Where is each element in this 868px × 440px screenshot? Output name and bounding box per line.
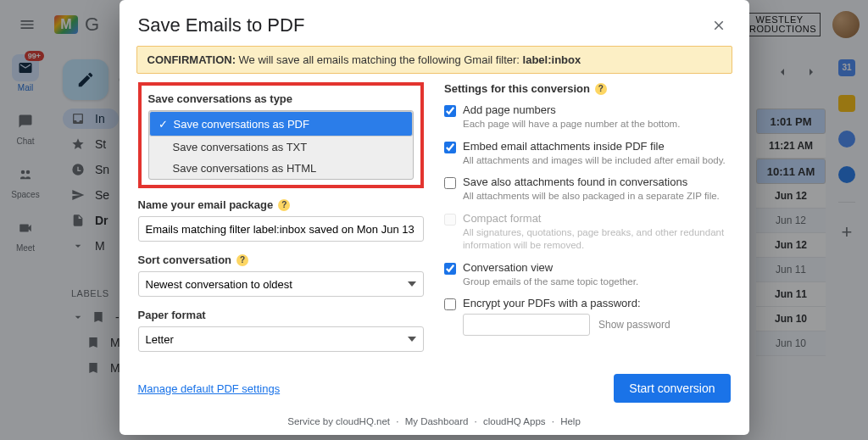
type-option-pdf[interactable]: ✓Save conversations as PDF (149, 111, 414, 136)
type-highlight-box: Save conversations as type ✓Save convers… (138, 82, 425, 188)
settings-label: Settings for this conversion (444, 82, 590, 95)
dashboard-link[interactable]: My Dashboard (405, 416, 469, 426)
save-pdf-dialog: Save Emails to PDF CONFIRMATION: We will… (120, 0, 749, 435)
paper-label: Paper format (138, 309, 425, 321)
sort-select[interactable]: Newest conversation to oldest (138, 271, 425, 297)
start-conversion-button[interactable]: Start conversion (614, 374, 730, 403)
checkbox-page-numbers[interactable] (444, 105, 456, 117)
help-icon[interactable]: ? (278, 199, 290, 211)
opt-page-numbers[interactable]: Add page numbersEach page will have a pa… (444, 103, 731, 131)
checkbox-encrypt[interactable] (444, 298, 456, 310)
paper-select[interactable]: Letter (138, 326, 425, 352)
close-icon (711, 18, 726, 33)
help-icon[interactable]: ? (236, 254, 248, 266)
confirmation-banner: CONFIRMATION: We will save all emails ma… (136, 46, 732, 74)
modal-overlay: Save Emails to PDF CONFIRMATION: We will… (0, 0, 868, 440)
show-password-link[interactable]: Show password (598, 319, 670, 331)
checkbox-conv-view[interactable] (444, 263, 456, 275)
right-column: Settings for this conversion? Add page n… (444, 82, 731, 364)
opt-save-attachments[interactable]: Save also attachments found in conversat… (444, 175, 731, 203)
package-name-input[interactable] (138, 216, 425, 242)
opt-conversation-view[interactable]: Conversation viewGroup emails of the sam… (444, 261, 731, 289)
opt-encrypt[interactable]: Encrypt your PDFs with a password: (444, 297, 731, 310)
type-option-txt[interactable]: Save conversations as TXT (149, 136, 414, 158)
type-option-html[interactable]: Save conversations as HTML (149, 158, 414, 179)
help-link[interactable]: Help (560, 416, 581, 426)
apps-link[interactable]: cloudHQ Apps (483, 416, 546, 426)
sort-label: Sort conversation (138, 253, 232, 266)
opt-compact: Compact formatAll signatures, quotations… (444, 212, 731, 253)
type-dropdown[interactable]: ✓Save conversations as PDF Save conversa… (148, 110, 415, 180)
close-button[interactable] (707, 14, 731, 37)
left-column: Save conversations as type ✓Save convers… (138, 82, 425, 364)
checkbox-compact (444, 214, 456, 226)
dialog-title: Save Emails to PDF (138, 14, 305, 36)
checkbox-embed[interactable] (444, 142, 456, 153)
manage-defaults-link[interactable]: Manage default PDF settings (138, 382, 281, 395)
checkbox-save-att[interactable] (444, 177, 456, 189)
help-icon[interactable]: ? (595, 83, 607, 95)
service-footer: Service by cloudHQ.net · My Dashboard · … (120, 411, 749, 435)
password-input[interactable] (463, 314, 590, 336)
type-label: Save conversations as type (148, 92, 415, 105)
name-label: Name your email package (138, 198, 274, 211)
opt-embed-attachments[interactable]: Embed email attachments inside PDF fileA… (444, 140, 731, 168)
